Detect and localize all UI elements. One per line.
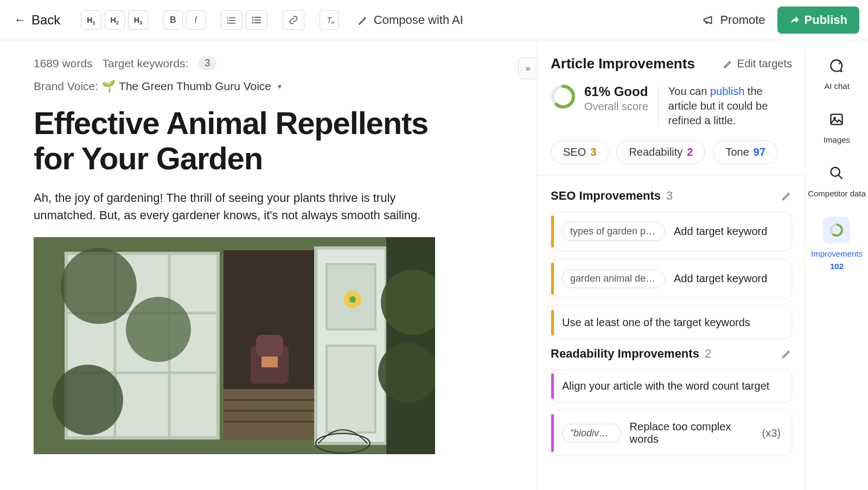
share-arrow-icon: [789, 15, 800, 26]
clear-format-icon: T✕: [327, 16, 332, 24]
target-keywords-count[interactable]: 3: [198, 56, 216, 70]
keyword-chip: types of garden pe…: [562, 222, 665, 241]
italic-button[interactable]: I: [186, 10, 206, 30]
svg-line-38: [839, 175, 843, 179]
svg-rect-1: [254, 17, 261, 18]
seo-card[interactable]: Use at least one of the target keywords: [551, 306, 792, 339]
ordered-list-icon: [227, 16, 237, 24]
collapse-panel-button[interactable]: »: [518, 58, 537, 79]
card-text: Add target keyword: [674, 272, 767, 285]
pencil-icon: [781, 190, 792, 201]
svg-point-29: [61, 248, 137, 324]
svg-rect-35: [831, 114, 843, 125]
word-count: 1689 words: [34, 57, 93, 70]
article-intro[interactable]: Ah, the joy of gardening! The thrill of …: [34, 189, 435, 224]
rail-ai-chat[interactable]: AI chat: [824, 55, 850, 91]
score-subtitle: Overall score: [584, 100, 648, 113]
edit-targets-label: Edit targets: [737, 58, 792, 70]
editor-pane: » 1689 words Target keywords: 3 Brand Vo…: [0, 40, 537, 490]
card-text: Add target keyword: [674, 225, 767, 238]
svg-rect-5: [254, 22, 261, 23]
back-button[interactable]: ← Back: [9, 9, 66, 31]
readability-section-title: Readability Improvements: [551, 347, 699, 361]
panel-title: Article Improvements: [551, 55, 695, 72]
arrow-left-icon: ←: [14, 13, 26, 27]
compose-label: Compose with AI: [374, 13, 463, 27]
svg-point-28: [378, 343, 435, 403]
promote-button[interactable]: Promote: [703, 13, 765, 27]
rail-improvements[interactable]: Improvements 102: [811, 217, 863, 271]
rail-count: 102: [830, 262, 844, 271]
ordered-list-button[interactable]: [221, 10, 242, 30]
link-button[interactable]: [283, 10, 304, 30]
rail-label: Competitor data: [808, 189, 866, 198]
h2-button[interactable]: H2: [105, 10, 125, 30]
readability-card[interactable]: Align your article with the word count t…: [551, 370, 792, 403]
publish-link[interactable]: publish: [710, 85, 744, 97]
heading-group: H1 H2 H3: [81, 10, 148, 30]
svg-point-30: [126, 297, 191, 362]
bold-button[interactable]: B: [163, 10, 183, 30]
edit-targets-button[interactable]: Edit targets: [723, 58, 792, 70]
score-ring: [551, 84, 576, 109]
seo-card[interactable]: types of garden pe… Add target keyword: [551, 212, 792, 251]
score-message: You can publish the article but it could…: [668, 84, 792, 128]
readability-section-count: 2: [705, 347, 711, 361]
svg-rect-20: [261, 357, 278, 367]
brand-voice-label: Brand Voice:: [34, 80, 98, 93]
keyword-chip: garden animal dete…: [562, 269, 665, 288]
rail-images[interactable]: Images: [824, 109, 850, 144]
card-text: Use at least one of the target keywords: [562, 316, 750, 329]
chat-sparkle-icon: [828, 58, 845, 74]
card-text: Align your article with the word count t…: [562, 380, 769, 392]
pencil-icon: [723, 59, 733, 69]
rail-competitor[interactable]: Competitor data: [808, 163, 866, 198]
clear-format-button[interactable]: T✕: [320, 10, 339, 30]
publish-button[interactable]: Publish: [777, 7, 859, 34]
rail-label: AI chat: [824, 81, 850, 91]
svg-point-0: [252, 16, 253, 18]
format-group: B I: [163, 10, 206, 30]
hero-image[interactable]: [34, 237, 435, 454]
svg-rect-14: [224, 389, 316, 440]
seo-edit-button[interactable]: [781, 190, 792, 201]
article-title[interactable]: Effective Animal Repellents for Your Gar…: [34, 106, 435, 176]
compose-ai-button[interactable]: Compose with AI: [356, 13, 463, 27]
chevron-right-double-icon: »: [526, 63, 531, 73]
tone-pill[interactable]: Tone97: [713, 140, 778, 164]
seo-section-title: SEO Improvements: [551, 189, 661, 203]
svg-rect-23: [327, 346, 375, 432]
score-value: 61% Good: [584, 84, 648, 99]
promote-label: Promote: [720, 13, 765, 27]
seo-pill[interactable]: SEO3: [551, 140, 609, 164]
search-icon: [828, 165, 845, 181]
pencil-icon: [781, 348, 792, 359]
unordered-list-button[interactable]: [246, 10, 267, 30]
readability-card[interactable]: “biodiver… Replace too complex words (x3…: [551, 410, 792, 456]
chevron-down-icon: ▾: [278, 82, 282, 91]
svg-rect-19: [256, 335, 283, 357]
seo-card[interactable]: garden animal dete… Add target keyword: [551, 259, 792, 298]
image-icon: [828, 111, 845, 128]
top-toolbar: ← Back H1 H2 H3 B I T✕ Compose with AI P…: [0, 0, 868, 40]
unordered-list-icon: [252, 16, 261, 24]
svg-point-37: [831, 168, 840, 176]
readability-edit-button[interactable]: [781, 348, 792, 359]
rail-label: Images: [824, 135, 850, 144]
right-rail: AI chat Images Competitor data Improveme…: [805, 40, 868, 490]
link-group: [283, 10, 304, 30]
brand-voice-name: The Green Thumb Guru Voice: [119, 80, 271, 93]
word-chip: “biodiver…: [562, 424, 621, 443]
card-suffix: (x3): [762, 427, 781, 440]
seo-section-count: 3: [666, 189, 673, 203]
clear-group: T✕: [320, 10, 339, 30]
h3-button[interactable]: H3: [128, 10, 148, 30]
improvements-panel: Article Improvements Edit targets 61% Go…: [537, 40, 805, 490]
svg-point-25: [349, 296, 356, 303]
readability-pill[interactable]: Readability2: [616, 140, 705, 164]
svg-point-2: [252, 19, 253, 21]
svg-point-4: [252, 22, 253, 23]
brand-voice-selector[interactable]: Brand Voice: 🌱 The Green Thumb Guru Voic…: [34, 80, 510, 93]
h1-button[interactable]: H1: [81, 10, 101, 30]
magic-wand-icon: [356, 14, 368, 26]
